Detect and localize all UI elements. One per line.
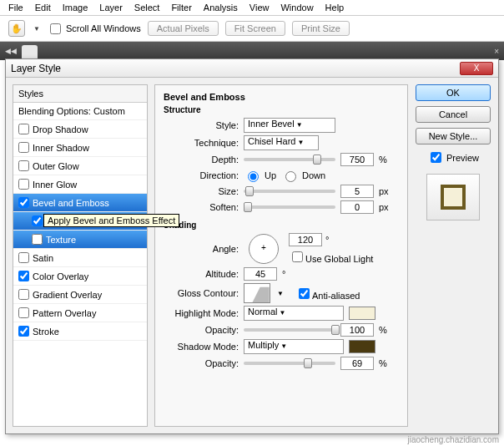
shadow-opacity-label: Opacity:: [164, 358, 239, 368]
style-item-pattern-overlay[interactable]: Pattern Overlay: [13, 304, 147, 322]
tool-dropdown-icon[interactable]: ▼: [33, 25, 40, 33]
menu-layer[interactable]: Layer: [99, 3, 123, 13]
style-item-gradient-overlay[interactable]: Gradient Overlay: [13, 286, 147, 304]
style-label: Inner Glow: [33, 180, 77, 190]
menu-view[interactable]: View: [249, 3, 270, 13]
style-label: Outer Glow: [33, 161, 79, 171]
style-item-drop-shadow[interactable]: Drop Shadow: [13, 120, 147, 139]
chevron-down-icon[interactable]: ▼: [277, 290, 284, 297]
shadow-mode-select[interactable]: Multiply▼: [244, 339, 344, 354]
highlight-color-swatch[interactable]: [349, 307, 375, 320]
style-checkbox[interactable]: [18, 307, 29, 318]
layer-style-dialog: Layer Style X Styles Blending Options: C…: [5, 58, 499, 434]
style-checkbox[interactable]: [18, 124, 29, 134]
shading-heading: Shading: [164, 220, 399, 230]
style-checkbox[interactable]: [18, 179, 29, 190]
angle-label: Angle:: [164, 244, 239, 254]
style-item-bevel-and-emboss[interactable]: Bevel and Emboss: [13, 194, 147, 212]
menu-bar: File Edit Image Layer Select Filter Anal…: [0, 0, 504, 16]
highlight-mode-label: Highlight Mode:: [164, 308, 239, 318]
style-checkbox[interactable]: [18, 326, 29, 337]
size-input[interactable]: [340, 185, 374, 198]
style-item-satin[interactable]: Satin: [13, 249, 147, 267]
ok-button[interactable]: OK: [416, 84, 491, 101]
style-label: Gradient Overlay: [33, 290, 102, 300]
style-label: Inner Shadow: [33, 143, 89, 153]
technique-select[interactable]: Chisel Hard▼: [244, 135, 319, 150]
angle-input[interactable]: [289, 233, 322, 246]
menu-image[interactable]: Image: [63, 3, 88, 13]
gloss-contour-label: Gloss Contour:: [164, 288, 239, 298]
anti-aliased-checkbox[interactable]: Anti-aliased: [295, 286, 360, 302]
menu-file[interactable]: File: [8, 3, 23, 13]
style-item-stroke[interactable]: Stroke: [13, 322, 147, 341]
soften-unit: px: [379, 202, 396, 212]
direction-down-radio[interactable]: [285, 171, 296, 182]
style-item-inner-glow[interactable]: Inner Glow: [13, 175, 147, 194]
menu-select[interactable]: Select: [134, 3, 160, 13]
highlight-opacity-input[interactable]: [340, 323, 374, 337]
style-item-color-overlay[interactable]: Color Overlay: [13, 267, 147, 286]
depth-input[interactable]: [340, 153, 374, 166]
gloss-contour-picker[interactable]: [244, 283, 270, 303]
altitude-input[interactable]: [244, 267, 277, 281]
fit-screen-button[interactable]: Fit Screen: [225, 21, 285, 36]
preview-checkbox[interactable]: Preview: [427, 150, 479, 165]
depth-label: Depth:: [164, 155, 239, 165]
use-global-light-checkbox[interactable]: Use Global Light: [289, 254, 373, 264]
style-item-outer-glow[interactable]: Outer Glow: [13, 157, 147, 175]
tab-close-icon[interactable]: ×: [494, 47, 499, 56]
scroll-all-windows-checkbox[interactable]: Scroll All Windows: [47, 21, 141, 37]
style-checkbox[interactable]: [18, 289, 29, 300]
highlight-opacity-unit: %: [379, 325, 396, 335]
highlight-opacity-slider[interactable]: [244, 328, 335, 332]
soften-input[interactable]: [340, 200, 374, 214]
new-style-button[interactable]: New Style...: [416, 128, 491, 144]
depth-slider[interactable]: [244, 158, 335, 161]
dialog-titlebar[interactable]: Layer Style X: [6, 59, 498, 78]
menu-filter[interactable]: Filter: [171, 3, 191, 13]
style-label: Style:: [164, 120, 239, 130]
options-bar: ✋▼ Scroll All Windows Actual Pixels Fit …: [0, 16, 504, 42]
direction-label: Direction:: [164, 170, 239, 180]
close-button[interactable]: X: [460, 62, 493, 75]
bevel-emboss-panel: Bevel and Emboss Structure Style: Inner …: [154, 84, 408, 427]
angle-deg: °: [325, 235, 329, 245]
style-checkbox[interactable]: [18, 160, 29, 171]
direction-up-radio[interactable]: [248, 171, 259, 182]
style-checkbox[interactable]: [32, 215, 43, 226]
menu-edit[interactable]: Edit: [35, 3, 51, 13]
size-slider[interactable]: [244, 190, 335, 193]
style-label: Bevel and Emboss: [33, 198, 109, 208]
style-label: Stroke: [33, 327, 59, 337]
style-item-inner-shadow[interactable]: Inner Shadow: [13, 139, 147, 157]
menu-analysis[interactable]: Analysis: [204, 3, 238, 13]
style-checkbox[interactable]: [18, 142, 29, 153]
style-checkbox[interactable]: [32, 234, 43, 245]
document-tab-strip: ◀◀ ×: [0, 42, 504, 60]
shadow-opacity-slider[interactable]: [244, 362, 335, 365]
style-checkbox[interactable]: [18, 197, 29, 208]
style-select[interactable]: Inner Bevel▼: [244, 118, 335, 133]
style-checkbox[interactable]: [18, 271, 29, 281]
styles-list: Styles Blending Options: Custom Drop Sha…: [13, 84, 148, 427]
style-label: Color Overlay: [33, 271, 88, 281]
menu-window[interactable]: Window: [280, 3, 313, 13]
angle-dial[interactable]: +: [249, 234, 279, 264]
styles-header[interactable]: Styles: [13, 85, 147, 103]
actual-pixels-button[interactable]: Actual Pixels: [148, 21, 219, 36]
soften-slider[interactable]: [244, 205, 335, 209]
menu-help[interactable]: Help: [325, 3, 345, 13]
blending-options-row[interactable]: Blending Options: Custom: [13, 103, 147, 120]
shadow-opacity-input[interactable]: [340, 357, 374, 370]
highlight-mode-select[interactable]: Normal▼: [244, 306, 344, 321]
style-item-texture[interactable]: Texture: [13, 231, 147, 249]
print-size-button[interactable]: Print Size: [292, 21, 350, 36]
hand-tool-icon[interactable]: ✋: [8, 20, 25, 37]
shadow-color-swatch[interactable]: [349, 340, 375, 353]
preview-thumbnail: [426, 174, 480, 220]
tab-nav-left-icon[interactable]: ◀◀: [5, 47, 17, 55]
style-checkbox[interactable]: [18, 252, 29, 263]
cancel-button[interactable]: Cancel: [416, 106, 491, 123]
style-label: Pattern Overlay: [33, 308, 96, 318]
